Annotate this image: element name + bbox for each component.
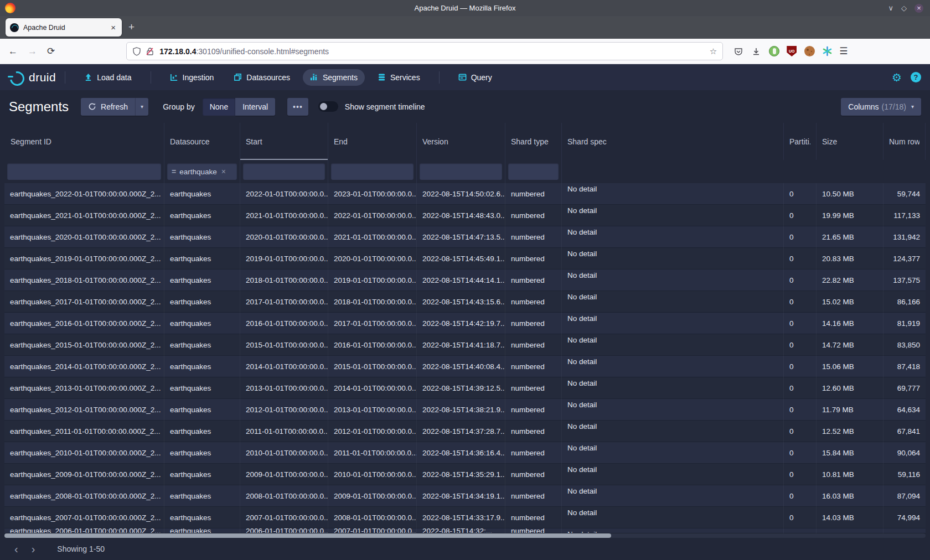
table-row[interactable]: earthquakes_2006-01-01T00:00:00.000Z_2..… <box>4 528 926 533</box>
table-row[interactable]: earthquakes_2021-01-01T00:00:00.000Z_2..… <box>4 205 926 226</box>
url-bar[interactable]: 172.18.0.4:30109/unified-console.html#se… <box>126 42 723 60</box>
prev-page-icon[interactable]: ‹ <box>8 543 25 556</box>
new-tab-button[interactable]: + <box>128 21 135 33</box>
column-header-start[interactable]: Start <box>240 123 328 160</box>
menu-icon[interactable]: ☰ <box>839 45 848 57</box>
nav-services[interactable]: Services <box>370 69 427 86</box>
cell-start: 2022-01-01T00:00:00.0... <box>240 183 328 205</box>
column-header-num-rows[interactable]: Num rows <box>884 123 926 160</box>
table-row[interactable]: earthquakes_2016-01-01T00:00:00.000Z_2..… <box>4 313 926 334</box>
cell-segment-id[interactable]: earthquakes_2010-01-01T00:00:00.000Z_2..… <box>4 442 164 464</box>
tab-close-icon[interactable]: × <box>109 23 117 32</box>
nav-query[interactable]: Query <box>451 69 499 86</box>
cell-segment-id[interactable]: earthquakes_2007-01-01T00:00:00.000Z_2..… <box>4 507 164 528</box>
refresh-button[interactable]: Refresh <box>81 98 135 116</box>
cell-start: 2019-01-01T00:00:00.0... <box>240 248 328 269</box>
cell-segment-id[interactable]: earthquakes_2021-01-01T00:00:00.000Z_2..… <box>4 205 164 226</box>
cell-start: 2010-01-01T00:00:00.0... <box>240 442 328 464</box>
cell-end: 2015-01-01T00:00:00.0... <box>328 356 417 377</box>
cell-segment-id[interactable]: earthquakes_2015-01-01T00:00:00.000Z_2..… <box>4 334 164 356</box>
table-row[interactable]: earthquakes_2020-01-01T00:00:00.000Z_2..… <box>4 226 926 248</box>
more-options-button[interactable]: ••• <box>287 98 308 116</box>
filter-input-start[interactable] <box>243 163 325 180</box>
segment-timeline-toggle[interactable] <box>318 101 338 112</box>
cell-segment-id[interactable]: earthquakes_2020-01-01T00:00:00.000Z_2..… <box>4 226 164 248</box>
cell-segment-id[interactable]: earthquakes_2019-01-01T00:00:00.000Z_2..… <box>4 248 164 269</box>
table-row[interactable]: earthquakes_2010-01-01T00:00:00.000Z_2..… <box>4 442 926 464</box>
help-icon[interactable]: ? <box>911 72 921 82</box>
shield-icon[interactable] <box>132 47 141 56</box>
horizontal-scrollbar[interactable] <box>4 533 926 538</box>
nav-load-data[interactable]: Load data <box>77 69 138 86</box>
refresh-caret-button[interactable]: ▾ <box>135 98 148 116</box>
filter-input-end[interactable] <box>331 163 414 180</box>
insecure-lock-icon[interactable] <box>146 47 154 56</box>
cell-segment-id[interactable]: earthquakes_2022-01-01T00:00:00.000Z_2..… <box>4 183 164 205</box>
url-text[interactable]: 172.18.0.4:30109/unified-console.html#se… <box>159 47 710 56</box>
table-row[interactable]: earthquakes_2018-01-01T00:00:00.000Z_2..… <box>4 269 926 291</box>
bookmark-star-icon[interactable]: ☆ <box>710 46 717 56</box>
filter-input-segment-id[interactable] <box>7 163 161 180</box>
cell-segment-id[interactable]: earthquakes_2018-01-01T00:00:00.000Z_2..… <box>4 269 164 291</box>
cell-segment-id[interactable]: earthquakes_2012-01-01T00:00:00.000Z_2..… <box>4 399 164 421</box>
table-row[interactable]: earthquakes_2017-01-01T00:00:00.000Z_2..… <box>4 291 926 313</box>
filter-input-version[interactable] <box>420 163 502 180</box>
nav-segments[interactable]: Segments <box>303 69 365 86</box>
column-header-shard-spec[interactable]: Shard spec <box>562 123 784 160</box>
cell-num-rows: 59,116 <box>884 464 926 485</box>
privacy-badger-icon[interactable] <box>768 46 779 57</box>
forward-button[interactable]: → <box>23 44 42 59</box>
cell-segment-id[interactable]: earthquakes_2017-01-01T00:00:00.000Z_2..… <box>4 291 164 313</box>
cell-datasource: earthquakes <box>164 183 240 205</box>
group-by-none-button[interactable]: None <box>203 98 235 116</box>
tab-apache-druid[interactable]: Apache Druid × <box>6 18 122 37</box>
table-row[interactable]: earthquakes_2014-01-01T00:00:00.000Z_2..… <box>4 356 926 377</box>
close-window-icon[interactable]: × <box>914 4 923 13</box>
table-row[interactable]: earthquakes_2007-01-01T00:00:00.000Z_2..… <box>4 507 926 528</box>
clear-filter-icon[interactable]: × <box>221 167 226 176</box>
cell-segment-id[interactable]: earthquakes_2013-01-01T00:00:00.000Z_2..… <box>4 377 164 399</box>
cell-segment-id[interactable]: earthquakes_2014-01-01T00:00:00.000Z_2..… <box>4 356 164 377</box>
cell-segment-id[interactable]: earthquakes_2009-01-01T00:00:00.000Z_2..… <box>4 464 164 485</box>
table-row[interactable]: earthquakes_2008-01-01T00:00:00.000Z_2..… <box>4 485 926 507</box>
columns-button[interactable]: Columns (17/18) ▾ <box>841 98 921 116</box>
table-row[interactable]: earthquakes_2012-01-01T00:00:00.000Z_2..… <box>4 399 926 421</box>
ublock-origin-icon[interactable]: UO <box>786 46 797 57</box>
table-row[interactable]: earthquakes_2009-01-01T00:00:00.000Z_2..… <box>4 464 926 485</box>
minimize-icon[interactable]: ∨ <box>888 4 893 12</box>
next-page-icon[interactable]: › <box>25 543 42 556</box>
reload-button[interactable]: ⟳ <box>42 43 60 59</box>
column-header-size[interactable]: Size <box>817 123 884 160</box>
downloads-icon[interactable] <box>751 46 762 57</box>
filter-input-shard-type[interactable] <box>508 163 559 180</box>
table-row[interactable]: earthquakes_2019-01-01T00:00:00.000Z_2..… <box>4 248 926 269</box>
cell-segment-id[interactable]: earthquakes_2011-01-01T00:00:00.000Z_2..… <box>4 421 164 442</box>
column-header-segment-id[interactable]: Segment ID <box>4 123 164 160</box>
back-button[interactable]: ← <box>3 44 23 59</box>
group-by-interval-button[interactable]: Interval <box>235 98 275 116</box>
cell-segment-id[interactable]: earthquakes_2008-01-01T00:00:00.000Z_2..… <box>4 485 164 507</box>
nav-datasources[interactable]: Datasources <box>226 69 297 86</box>
cookie-extension-icon[interactable] <box>804 46 815 57</box>
scrollbar-thumb[interactable] <box>4 533 611 538</box>
druid-brand[interactable]: druid <box>8 70 56 85</box>
cell-shard-spec: No detail <box>562 377 784 399</box>
nav-ingestion[interactable]: Ingestion <box>163 69 221 86</box>
cell-segment-id[interactable]: earthquakes_2016-01-01T00:00:00.000Z_2..… <box>4 313 164 334</box>
column-header-end[interactable]: End <box>328 123 417 160</box>
cell-start: 2008-01-01T00:00:00.0... <box>240 485 328 507</box>
table-row[interactable]: earthquakes_2015-01-01T00:00:00.000Z_2..… <box>4 334 926 356</box>
column-header-version[interactable]: Version <box>417 123 505 160</box>
table-row[interactable]: earthquakes_2013-01-01T00:00:00.000Z_2..… <box>4 377 926 399</box>
maximize-icon[interactable]: ◇ <box>901 4 907 12</box>
cell-segment-id[interactable]: earthquakes_2006-01-01T00:00:00.000Z_2..… <box>4 528 164 533</box>
column-header-datasource[interactable]: Datasource <box>164 123 240 160</box>
settings-gear-icon[interactable]: ⚙ <box>892 71 902 84</box>
filter-input-datasource[interactable]: =earthquake× <box>167 163 237 180</box>
pocket-icon[interactable] <box>733 46 744 57</box>
column-header-partiti[interactable]: Partiti... <box>784 123 817 160</box>
extension-asterisk-icon[interactable] <box>822 46 833 57</box>
column-header-shard-type[interactable]: Shard type <box>505 123 562 160</box>
table-row[interactable]: earthquakes_2022-01-01T00:00:00.000Z_2..… <box>4 183 926 205</box>
table-row[interactable]: earthquakes_2011-01-01T00:00:00.000Z_2..… <box>4 421 926 442</box>
